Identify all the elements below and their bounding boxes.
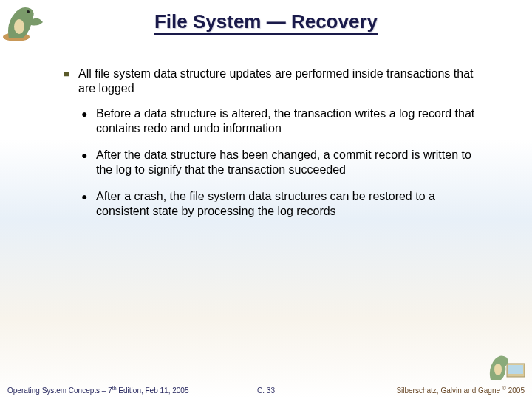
bullet-level2: After the data structure has been change… <box>81 148 485 177</box>
footer-page-number: C. 33 <box>257 386 275 395</box>
bullet-level2: Before a data structure is altered, the … <box>81 106 485 136</box>
svg-point-2 <box>14 19 24 34</box>
bullet-sub3-text: After a crash, the file system data stru… <box>96 189 485 219</box>
round-bullet-icon <box>81 189 96 219</box>
svg-point-5 <box>494 364 502 375</box>
bullet-level2: After a crash, the file system data stru… <box>81 189 485 219</box>
dinosaur-mascot-top-left <box>1 1 55 43</box>
slide-title: File System — Recovery <box>0 0 532 33</box>
round-bullet-icon <box>81 148 96 177</box>
footer-right-pre: Silberschatz, Galvin and Gagne <box>396 386 502 395</box>
dinosaur-mascot-bottom-right <box>486 350 529 383</box>
footer-left: Operating System Concepts – 7th Edition,… <box>7 386 257 395</box>
title-text: File System — Recovery <box>154 10 378 35</box>
svg-point-1 <box>27 10 30 13</box>
bullet-level1: All file system data structure updates a… <box>64 66 485 96</box>
footer-right: Silberschatz, Galvin and Gagne © 2005 <box>275 386 525 395</box>
square-bullet-icon <box>64 66 78 96</box>
round-bullet-icon <box>81 106 96 136</box>
footer-left-pre: Operating System Concepts – 7 <box>7 386 112 395</box>
bullet-sub2-text: After the data structure has been change… <box>96 148 485 177</box>
slide-content: All file system data structure updates a… <box>64 66 485 231</box>
svg-rect-4 <box>508 365 523 374</box>
footer-right-post: 2005 <box>506 386 525 395</box>
bullet-main-text: All file system data structure updates a… <box>78 66 485 96</box>
footer-left-post: Edition, Feb 11, 2005 <box>117 386 189 395</box>
slide-footer: Operating System Concepts – 7th Edition,… <box>0 383 532 395</box>
bullet-sub1-text: Before a data structure is altered, the … <box>96 106 485 136</box>
